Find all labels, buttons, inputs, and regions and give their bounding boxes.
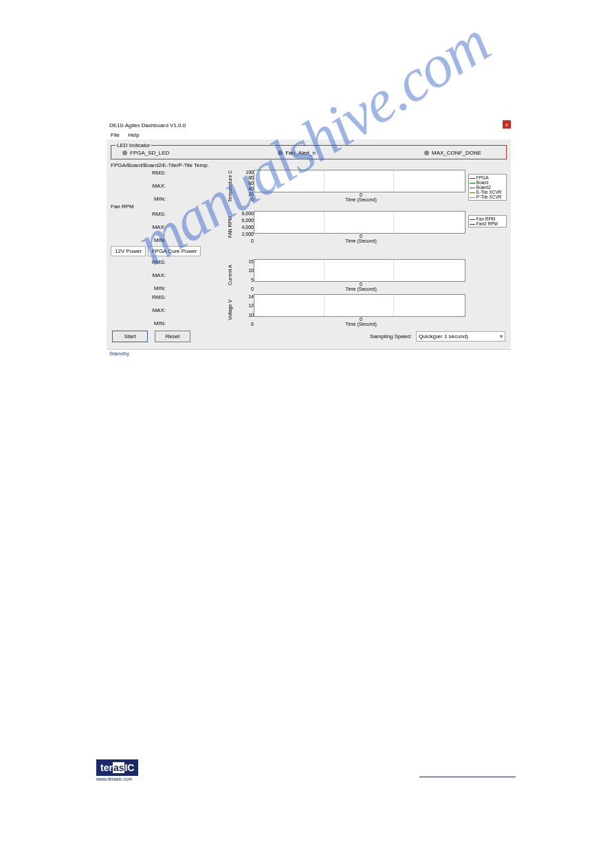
fan-y-ticks: 8,0006,0004,0002,0000 [234, 211, 254, 243]
current-y-axis-label: Current A [228, 259, 234, 291]
current-min-label: MIN: [135, 285, 228, 291]
fan-min-label: MIN: [135, 237, 228, 243]
current-y-ticks: 15 10 5 0 [234, 259, 254, 291]
temp-section-title: FPGA/Board/Board2/E-Tile/P-Tile Temp. [111, 162, 507, 168]
led-fpga-sd: FPGA_SD_LED [122, 150, 169, 156]
temp-rms-label: RMS: [135, 170, 228, 176]
menu-help[interactable]: Help [128, 132, 139, 138]
reset-button[interactable]: Reset [155, 331, 190, 342]
temp-y-axis-label: Temperature C [228, 170, 234, 202]
temp-x-axis-label: Time (Second) [345, 197, 377, 202]
tab-12v-power[interactable]: 12V Power [111, 246, 146, 256]
led-dot-icon [278, 151, 283, 155]
close-icon[interactable]: x [503, 120, 511, 129]
led-fan-alert: Fan_Alert_n [278, 150, 316, 156]
control-bar: Start Reset Sampling Speed: Quick(per 1 … [111, 326, 507, 346]
status-bar: Standby [107, 349, 511, 357]
led-legend: LED Indicator [116, 142, 151, 148]
fan-row: RMS: MAX: MIN: FAN RPM 8,0006,0004,0002,… [111, 211, 507, 243]
temp-legend: FPGA Board Board2 E-Tile XCVR P-Tile XCV… [468, 174, 507, 201]
voltage-row: RMS: MAX: MIN: Voltage V 14 12 10 8 [111, 294, 507, 326]
voltage-rms-label: RMS: [135, 294, 228, 300]
led-indicator-group: LED Indicator FPGA_SD_LED Fan_Alert_n MA… [111, 142, 507, 159]
voltage-max-label: MAX: [135, 307, 228, 313]
dashboard-window: DE10-Agilex Dashboard V1.0.0 x File Help… [107, 120, 511, 357]
voltage-y-ticks: 14 12 10 8 [234, 294, 254, 326]
sampling-speed-select[interactable]: Quick(per 1 second) [416, 331, 505, 342]
fan-max-label: MAX: [135, 224, 228, 230]
current-chart [254, 259, 465, 282]
fan-y-axis-label: FAN RPM [228, 211, 234, 243]
power-tabs: 12V Power FPGA Core Power [111, 246, 507, 256]
menu-bar: File Help [107, 131, 511, 140]
footer-logo: terasIC www.terasic.com [96, 759, 138, 781]
sampling-speed-label: Sampling Speed: [370, 333, 412, 340]
temp-min-label: MIN: [135, 196, 228, 202]
terasic-url: www.terasic.com [96, 777, 138, 781]
title-bar: DE10-Agilex Dashboard V1.0.0 x [107, 120, 511, 131]
led-dot-icon [424, 151, 429, 155]
footer-line [419, 777, 516, 777]
temp-max-label: MAX: [135, 183, 228, 189]
voltage-x-axis-label: Time (Second) [345, 322, 377, 326]
window-title: DE10-Agilex Dashboard V1.0.0 [109, 122, 186, 129]
led-max-conf-done: MAX_CONF_DONE [424, 150, 481, 156]
current-rms-label: RMS: [135, 259, 228, 265]
temp-y-ticks: 100 80 60 40 20 0 [234, 170, 254, 202]
voltage-min-label: MIN: [135, 320, 228, 326]
current-max-label: MAX: [135, 272, 228, 278]
tab-fpga-core-power[interactable]: FPGA Core Power [148, 246, 201, 256]
led-dot-icon [122, 151, 127, 155]
fan-section-title: Fan RPM [111, 203, 507, 210]
fan-rms-label: RMS: [135, 211, 228, 217]
voltage-y-axis-label: Voltage V [228, 294, 234, 326]
terasic-logo-icon: terasIC [96, 759, 138, 776]
fan-chart [254, 211, 465, 234]
voltage-chart [254, 294, 465, 317]
fan-legend: Fan RPM Fan2 RPM [468, 215, 507, 227]
menu-file[interactable]: File [111, 132, 120, 138]
temp-row: RMS: MAX: MIN: Temperature C 100 80 60 4… [111, 170, 507, 202]
temp-chart [254, 170, 465, 192]
fan-x-axis-label: Time (Second) [345, 238, 377, 243]
current-x-axis-label: Time (Second) [345, 287, 377, 291]
start-button[interactable]: Start [112, 331, 148, 342]
current-row: RMS: MAX: MIN: Current A 15 10 5 0 [111, 259, 507, 291]
